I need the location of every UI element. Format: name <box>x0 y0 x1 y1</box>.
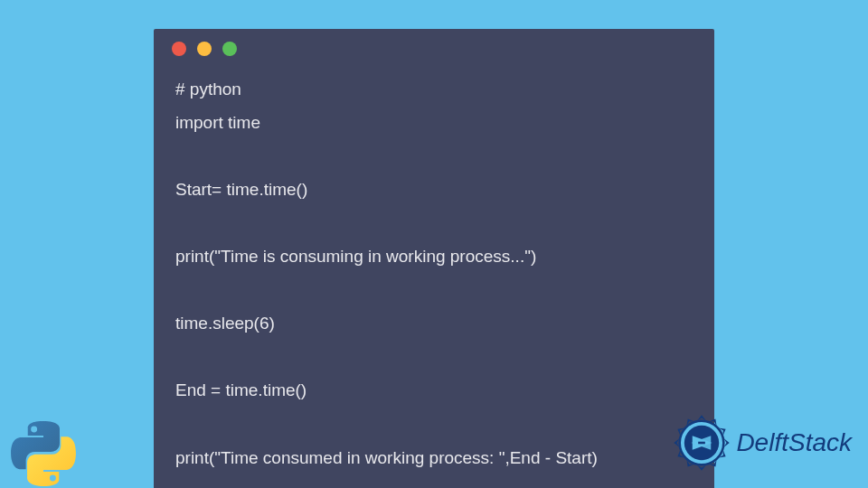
code-block: # python import time Start= time.time() … <box>154 69 714 482</box>
brand-name: DelftStack <box>736 428 852 457</box>
maximize-icon <box>222 42 237 56</box>
delftstack-logo: DelftStack <box>673 414 852 472</box>
svg-rect-16 <box>699 442 706 445</box>
python-logo-icon <box>9 419 78 488</box>
code-window: # python import time Start= time.time() … <box>154 29 714 488</box>
gear-icon <box>673 414 731 472</box>
close-icon <box>172 42 186 56</box>
minimize-icon <box>197 42 212 56</box>
window-titlebar <box>154 29 714 69</box>
